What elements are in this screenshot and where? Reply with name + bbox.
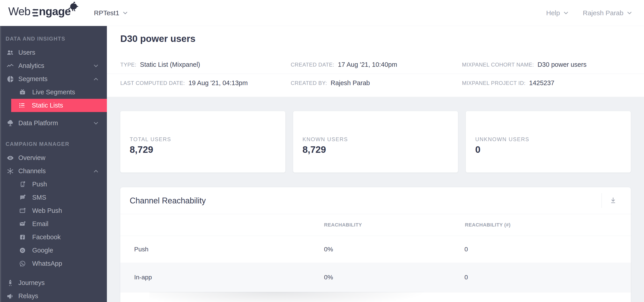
bottom-overlay-shadow: [149, 292, 485, 302]
analytics-icon: [6, 61, 15, 70]
stat-value: 8,729: [302, 144, 326, 155]
segments-pie-icon: [6, 75, 15, 84]
meta-type: TYPE: Static List (Mixpanel): [120, 56, 200, 74]
meta-value: 17 Aug '21, 10:40pm: [338, 61, 397, 68]
channel-cell: In-app: [134, 274, 152, 281]
meta-label: LAST COMPUTED DATE:: [120, 80, 185, 86]
help-menu[interactable]: Help: [546, 9, 570, 17]
whatsapp-icon: [18, 259, 27, 268]
sidebar-item-label: Channels: [18, 167, 46, 175]
chevron-down-icon: [562, 10, 569, 16]
sidebar-item-live-segments[interactable]: Live Segments: [0, 86, 107, 99]
sidebar-item-web-push[interactable]: Web Push: [0, 204, 107, 217]
sidebar-item-label: Data Platform: [18, 119, 58, 127]
sidebar-item-label: Relays: [18, 292, 38, 300]
sidebar-item-analytics[interactable]: Analytics: [0, 59, 107, 72]
journeys-rocket-icon: [6, 278, 15, 287]
logo-text-web: Web: [8, 5, 30, 18]
meta-value: D30 power users: [538, 61, 586, 68]
sidebar-item-label: Journeys: [18, 279, 45, 286]
sidebar-item-label: Segments: [18, 75, 48, 83]
meta-value: Static List (Mixpanel): [140, 61, 200, 68]
sidebar-item-label: Live Segments: [32, 88, 75, 96]
reachability-count-cell: 0: [464, 246, 468, 253]
sidebar-item-email[interactable]: Email: [0, 217, 107, 231]
users-icon: [6, 48, 15, 57]
web-push-browser-icon: [18, 206, 27, 215]
meta-label: TYPE:: [120, 62, 136, 68]
sidebar-item-label: Users: [18, 49, 35, 56]
meta-last-computed: LAST COMPUTED DATE: 19 Aug '21, 04:13pm: [120, 74, 248, 92]
column-header-reachability: REACHABILITY: [324, 222, 362, 228]
sidebar-item-label: WhatsApp: [32, 260, 62, 267]
sidebar-item-label: Overview: [18, 154, 46, 162]
user-name: Rajesh Parab: [583, 9, 624, 17]
logo-bird-icon: [67, 1, 80, 12]
help-label: Help: [546, 9, 560, 17]
sidebar-item-label: Google: [32, 247, 53, 254]
reachability-cell: 0%: [324, 274, 333, 281]
download-button[interactable]: [606, 194, 620, 207]
relays-megaphone-icon: [6, 292, 15, 301]
sidebar-item-static-lists[interactable]: Static Lists: [11, 99, 107, 112]
stat-value: 0: [475, 144, 480, 155]
page-header: D30 power users TYPE: Static List (Mixpa…: [107, 26, 644, 97]
sidebar-item-data-platform[interactable]: Data Platform: [0, 116, 107, 130]
main-content: D30 power users TYPE: Static List (Mixpa…: [107, 26, 644, 302]
stat-label: KNOWN USERS: [302, 136, 348, 142]
sidebar-item-channels[interactable]: Channels: [0, 165, 107, 178]
sidebar-item-label: Web Push: [32, 207, 62, 214]
sidebar-item-label: Analytics: [18, 62, 44, 69]
chevron-down-icon: [92, 120, 99, 126]
sidebar-item-users[interactable]: Users: [0, 46, 107, 59]
sidebar-item-journeys[interactable]: Journeys: [0, 276, 107, 289]
email-envelope-icon: [18, 220, 27, 229]
chevron-down-icon: [122, 10, 128, 16]
sidebar-item-whatsapp[interactable]: WhatsApp: [0, 257, 107, 270]
live-segments-icon: [18, 88, 27, 97]
stat-cards: TOTAL USERS 8,729 KNOWN USERS 8,729 UNKN…: [120, 111, 631, 173]
project-selector[interactable]: RPTest1: [94, 0, 128, 26]
meta-label: MIXPANEL PROJECT ID:: [462, 80, 526, 86]
stat-card-unknown-users: UNKNOWN USERS 0: [466, 111, 631, 173]
meta-value: 19 Aug '21, 04:13pm: [188, 79, 248, 87]
sidebar-item-sms[interactable]: SMS: [0, 191, 107, 204]
webengage-logo[interactable]: Web ngage: [8, 5, 71, 18]
sidebar-item-label: Static Lists: [32, 102, 63, 109]
project-name: RPTest1: [94, 9, 119, 17]
user-menu[interactable]: Rajesh Parab: [583, 9, 633, 17]
sms-chat-icon: [18, 193, 27, 202]
sidebar-item-relays[interactable]: Relays: [0, 289, 107, 302]
facebook-icon: [18, 233, 27, 242]
topbar-right: Help Rajesh Parab: [546, 0, 633, 26]
stat-card-total-users: TOTAL USERS 8,729: [120, 111, 285, 173]
meta-project-id: MIXPANEL PROJECT ID: 1425237: [462, 74, 554, 92]
static-lists-icon: [18, 101, 26, 110]
topbar: Web ngage: [0, 0, 644, 26]
push-phone-icon: [18, 180, 27, 189]
table-header-row: REACHABILITY REACHABILITY (#): [120, 214, 631, 236]
reachability-cell: 0%: [324, 246, 333, 253]
sidebar-item-google[interactable]: G Google: [0, 244, 107, 257]
sidebar-item-push[interactable]: Push: [0, 178, 107, 191]
meta-value: Rajesh Parab: [330, 79, 370, 87]
eye-icon: [6, 154, 15, 163]
sidebar-item-overview[interactable]: Overview: [0, 151, 107, 165]
meta-cohort-name: MIXPANEL COHORT NAME: D30 power users: [462, 56, 586, 74]
header-divider: [602, 193, 602, 208]
panel-title: Channel Reachability: [130, 196, 206, 205]
meta-value: 1425237: [529, 79, 554, 87]
table-row-in-app: In-app 0% 0: [120, 263, 631, 292]
column-header-reachability-count: REACHABILITY (#): [465, 222, 510, 228]
section-data-and-insights: DATA AND INSIGHTS: [0, 33, 107, 46]
meta-label: MIXPANEL COHORT NAME:: [462, 62, 534, 68]
meta-label: CREATED BY:: [291, 80, 327, 86]
sidebar-item-facebook[interactable]: Facebook: [0, 231, 107, 244]
stat-label: UNKNOWN USERS: [475, 136, 529, 142]
sidebar-item-label: Facebook: [32, 233, 60, 241]
sidebar-item-segments[interactable]: Segments: [0, 72, 107, 86]
svg-text:G: G: [21, 248, 24, 252]
logo-e-arrows-icon: [32, 9, 38, 17]
meta-row-2: LAST COMPUTED DATE: 19 Aug '21, 04:13pm …: [107, 74, 644, 92]
page-title: D30 power users: [120, 33, 196, 44]
